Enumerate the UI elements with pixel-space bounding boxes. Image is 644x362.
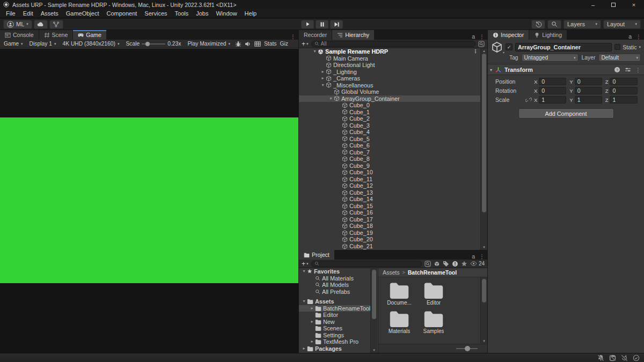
label-tag-icon[interactable] xyxy=(443,261,449,267)
position-x-field[interactable]: 0 xyxy=(539,78,566,85)
hierarchy-item-cube-15[interactable]: Cube_15 xyxy=(299,203,480,210)
hierarchy-item-cube-4[interactable]: Cube_4 xyxy=(299,129,480,136)
hierarchy-item-cube-13[interactable]: Cube_13 xyxy=(299,189,480,196)
tab-inspector[interactable]: Inspector xyxy=(488,30,529,40)
hierarchy-item-cube-5[interactable]: Cube_5 xyxy=(299,136,480,143)
scroll-down-icon[interactable]: ▾ xyxy=(371,348,377,352)
gizmos-dropdown[interactable]: Giz xyxy=(280,41,288,47)
hierarchy-item-cube-20[interactable]: Cube_20 xyxy=(299,236,480,243)
panel-menu-icon[interactable]: ⋮ xyxy=(290,34,296,40)
hierarchy-item--lighting[interactable]: ▸_Lighting xyxy=(299,69,480,76)
link-constrain-icon[interactable] xyxy=(525,97,532,103)
hierarchy-item-cube-11[interactable]: Cube_11 xyxy=(299,176,480,183)
tab-project[interactable]: Project xyxy=(299,250,334,260)
hierarchy-item-cube-12[interactable]: Cube_12 xyxy=(299,182,480,189)
foldout-arrow-icon[interactable]: ▾ xyxy=(301,268,307,275)
panel-menu-icon[interactable]: ⋮ xyxy=(636,34,641,40)
asset-folder-materials[interactable]: Materials xyxy=(385,310,414,334)
scene-menu-icon[interactable]: ⋮ xyxy=(473,48,480,55)
hierarchy-item-cube-21[interactable]: Cube_21 xyxy=(299,243,480,250)
layout-dropdown[interactable]: Layout ▾ xyxy=(603,20,641,29)
hierarchy-item-cube-3[interactable]: Cube_3 xyxy=(299,122,480,129)
project-tree-item-editor[interactable]: Editor xyxy=(299,312,370,319)
hierarchy-item-main-camera[interactable]: Main Camera xyxy=(299,55,480,62)
foldout-arrow-icon[interactable]: ▸ xyxy=(309,305,315,312)
panel-menu-icon[interactable]: ⋮ xyxy=(479,34,485,40)
tab-console[interactable]: Console xyxy=(0,30,39,40)
menu-item-file[interactable]: File xyxy=(2,9,19,18)
project-tree-item-packages[interactable]: ▸Packages xyxy=(299,345,370,352)
close-button[interactable]: × xyxy=(624,0,644,9)
hierarchy-scrollbar[interactable]: ▴ ▾ xyxy=(480,48,487,250)
hierarchy-item-cube-7[interactable]: Cube_7 xyxy=(299,149,480,156)
scale-y-field[interactable]: 1 xyxy=(575,96,602,104)
hierarchy-item-global-volume[interactable]: Global Volume xyxy=(299,88,480,95)
hierarchy-item-cube-14[interactable]: Cube_14 xyxy=(299,196,480,203)
project-tree-item-scenes[interactable]: Scenes xyxy=(299,325,370,332)
open-search-icon[interactable] xyxy=(425,261,431,267)
hierarchy-item-cube-1[interactable]: Cube_1 xyxy=(299,109,480,116)
rotation-x-field[interactable]: 0 xyxy=(539,87,566,94)
hierarchy-item-cube-9[interactable]: Cube_9 xyxy=(299,162,480,169)
dock-handle-icon[interactable]: a xyxy=(472,253,475,260)
layers-dropdown[interactable]: Layers ▾ xyxy=(564,20,601,29)
gameobject-name-field[interactable]: ArrayGroup_Container xyxy=(515,43,612,51)
dock-handle-icon[interactable]: a xyxy=(628,33,632,40)
menu-item-edit[interactable]: Edit xyxy=(19,9,37,18)
tab-recorder[interactable]: Recorder xyxy=(299,30,332,40)
scale-control[interactable]: Scale 0.23x xyxy=(124,41,182,47)
display-dropdown[interactable]: Display 1▾ xyxy=(28,41,58,47)
project-tree-item-new[interactable]: ▸New xyxy=(299,319,370,326)
progress-check-icon[interactable] xyxy=(633,354,640,361)
create-object-button[interactable]: +▾ xyxy=(302,40,309,48)
step-button[interactable] xyxy=(330,20,343,29)
hierarchy-item-cube-18[interactable]: Cube_18 xyxy=(299,223,480,230)
tag-dropdown[interactable]: Untagged▾ xyxy=(522,54,579,62)
project-tree-item-batchrenametool[interactable]: ▸BatchRenameTool xyxy=(299,305,370,312)
hierarchy-item--cameras[interactable]: ▸_Cameras xyxy=(299,75,480,82)
pause-button[interactable] xyxy=(316,20,329,29)
layer-dropdown[interactable]: Default▾ xyxy=(598,54,641,62)
asset-grid-scrollbar[interactable]: ▾ xyxy=(480,277,487,344)
hierarchy-item-arraygroup-container[interactable]: ▾ArrayGroup_Container xyxy=(299,95,480,102)
create-asset-button[interactable]: +▾ xyxy=(302,260,309,268)
tab-lighting[interactable]: Lighting xyxy=(529,30,567,40)
position-z-field[interactable]: 0 xyxy=(610,78,638,85)
add-component-button[interactable]: Add Component xyxy=(518,108,614,119)
foldout-arrow-icon[interactable]: ▸ xyxy=(301,345,307,352)
hierarchy-item--miscellaneous[interactable]: ▾_Miscellaneous xyxy=(299,82,480,89)
hierarchy-search-input[interactable]: All xyxy=(311,41,475,47)
scale-x-field[interactable]: 1 xyxy=(539,96,566,104)
presets-icon[interactable] xyxy=(625,67,631,72)
scroll-down-icon[interactable]: ▾ xyxy=(481,245,487,249)
breadcrumb-current[interactable]: BatchRenameTool xyxy=(408,269,457,276)
menu-item-jobs[interactable]: Jobs xyxy=(192,9,212,18)
asset-folder-docume-[interactable]: Docume... xyxy=(385,282,414,306)
scroll-down-icon[interactable]: ▾ xyxy=(481,339,487,343)
packages-visibility-icon[interactable] xyxy=(434,261,440,267)
tab-game[interactable]: Game xyxy=(73,30,106,40)
foldout-arrow-icon[interactable]: ▸ xyxy=(320,75,326,82)
active-checkbox[interactable]: ✓ xyxy=(506,43,513,50)
dock-handle-icon[interactable]: a xyxy=(472,33,475,40)
search-button[interactable] xyxy=(547,20,561,29)
auto-refresh-disabled-icon[interactable] xyxy=(621,354,628,361)
hierarchy-item-cube-6[interactable]: Cube_6 xyxy=(299,142,480,149)
scene-picker-icon[interactable] xyxy=(478,41,485,47)
minimize-button[interactable]: – xyxy=(583,0,603,9)
scale-z-field[interactable]: 1 xyxy=(610,96,638,104)
stats-toggle[interactable]: Stats xyxy=(264,41,276,47)
hierarchy-item-cube-8[interactable]: Cube_8 xyxy=(299,156,480,162)
panel-menu-icon[interactable]: ⋮ xyxy=(479,254,485,260)
foldout-arrow-icon[interactable]: ▸ xyxy=(320,69,326,76)
menu-item-tools[interactable]: Tools xyxy=(171,9,193,18)
position-y-field[interactable]: 0 xyxy=(575,78,602,85)
breadcrumb-root[interactable]: Assets xyxy=(383,269,400,276)
menu-item-services[interactable]: Services xyxy=(141,9,171,18)
help-icon[interactable]: ? xyxy=(614,67,620,73)
warning-icon[interactable] xyxy=(452,261,458,267)
project-tree-item-all-models[interactable]: All Models xyxy=(299,282,370,289)
vsync-grid-icon[interactable] xyxy=(254,41,261,47)
project-tree-item-favorites[interactable]: ▾Favorites xyxy=(299,268,370,275)
static-toggle[interactable]: Static ▾ xyxy=(614,44,641,50)
